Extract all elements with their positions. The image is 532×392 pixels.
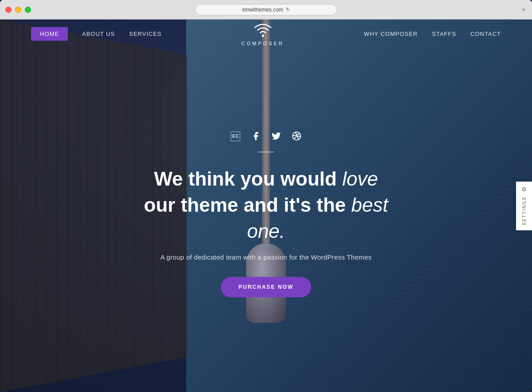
divider-line — [258, 151, 274, 152]
maximize-button[interactable] — [25, 7, 31, 13]
nav-item-services[interactable]: SERVICES — [129, 31, 162, 37]
nav-item-contact[interactable]: CONTACT — [470, 31, 501, 37]
logo-text: COMPOSER — [242, 41, 284, 46]
logo-icon — [251, 22, 274, 39]
dribbble-icon[interactable] — [292, 131, 301, 141]
url-text: innwithemes.com — [242, 7, 283, 13]
twitter-icon[interactable] — [271, 131, 281, 141]
close-button[interactable] — [5, 7, 12, 13]
settings-tab[interactable]: ⚙ SETTINGS — [516, 182, 532, 230]
svg-point-0 — [262, 35, 264, 37]
hero-title-italic2: best — [351, 194, 388, 216]
navbar: HOME ABOUT US SERVICES COMPOSER — [0, 19, 532, 48]
refresh-icon[interactable]: ↻ — [286, 7, 290, 12]
hero-title-part3: one. — [247, 220, 285, 242]
minimize-button[interactable] — [15, 7, 21, 13]
gear-icon: ⚙ — [521, 186, 527, 193]
nav-left: HOME ABOUT US SERVICES — [31, 27, 162, 41]
social-icons:  — [111, 131, 421, 143]
title-bar: innwithemes.com ↻ + — [0, 0, 532, 19]
nav-logo[interactable]: COMPOSER — [242, 22, 284, 46]
hero-title: We think you would love our theme and it… — [111, 166, 421, 245]
nav-item-staffs[interactable]: STAFFS — [432, 31, 456, 37]
purchase-now-button[interactable]: PURCHASE NOW — [221, 277, 311, 297]
nav-item-why-composer[interactable]: WHY COMPOSER — [364, 31, 418, 37]
url-bar[interactable]: innwithemes.com ↻ — [195, 4, 337, 16]
facebook-icon[interactable] — [251, 131, 261, 141]
browser-content: HOME ABOUT US SERVICES COMPOSER — [0, 19, 532, 392]
settings-tab-label: SETTINGS — [522, 196, 527, 225]
traffic-lights — [5, 7, 31, 13]
add-tab-button[interactable]: + — [521, 6, 526, 14]
nav-inner: HOME ABOUT US SERVICES COMPOSER — [22, 22, 510, 46]
nav-item-home[interactable]: HOME — [31, 27, 68, 41]
hero-title-part2: our theme and it's the — [144, 194, 352, 216]
hero-content:  We think you would love our — [111, 131, 421, 297]
hero-title-part1: We think you would — [154, 168, 342, 190]
nav-item-about[interactable]: ABOUT US — [82, 31, 115, 37]
hero-subtitle: A group of dedicated team with a passion… — [111, 253, 421, 261]
facebook-icon[interactable]:  — [231, 131, 240, 143]
browser-window: innwithemes.com ↻ + HOME ABOUT US — [0, 0, 532, 392]
hero-title-italic1: love — [342, 168, 378, 190]
nav-right: WHY COMPOSER STAFFS CONTACT — [364, 31, 501, 37]
